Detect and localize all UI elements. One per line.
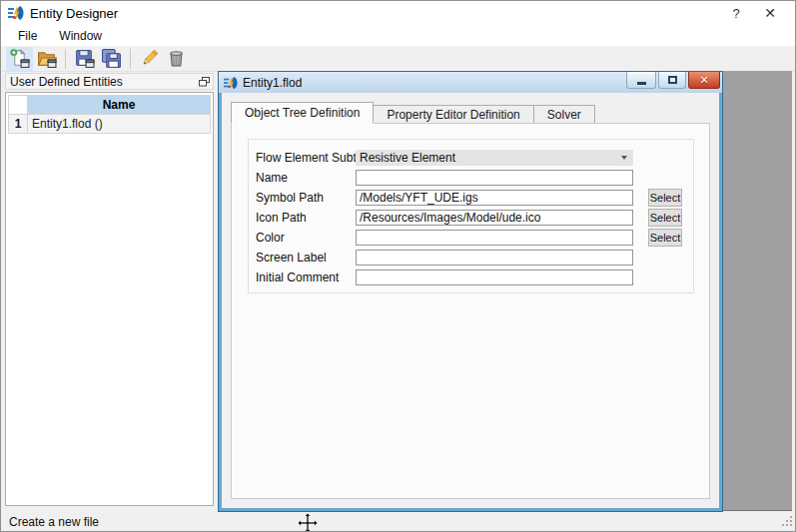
field-label: Screen Label (256, 250, 327, 266)
form-row-icon-path: Icon Path Select (249, 210, 693, 226)
menu-window[interactable]: Window (50, 27, 111, 45)
form-row-symbol-path: Symbol Path Select (249, 190, 693, 206)
document-icon (224, 76, 238, 90)
icon-path-select-button[interactable]: Select (648, 209, 682, 227)
form-row-color: Color Select (249, 230, 693, 246)
toolbar-separator (65, 49, 66, 69)
color-input[interactable] (356, 230, 633, 246)
field-label: Name (256, 170, 288, 186)
table-row[interactable]: 1 Entity1.flod () (9, 115, 211, 134)
maximize-icon (668, 76, 677, 84)
tab-solver[interactable]: Solver (533, 105, 595, 124)
edit-button[interactable] (136, 47, 163, 71)
document-body: Object Tree Definition Property Editor D… (222, 93, 719, 508)
field-label: Initial Comment (256, 269, 339, 285)
trash-icon (166, 48, 187, 69)
symbol-path-input[interactable] (356, 190, 633, 206)
help-button[interactable]: ? (719, 2, 753, 24)
dock-title: User Defined Entities (10, 75, 198, 89)
menu-bar: File Window (1, 25, 795, 46)
chevron-down-icon (621, 156, 627, 160)
table-corner-cell (9, 96, 28, 115)
entities-table: Name 1 Entity1.flod () (8, 95, 211, 134)
tab-bar: Object Tree Definition Property Editor D… (231, 102, 594, 124)
resize-grip-icon (781, 515, 794, 528)
document-window-controls: ✕ (626, 72, 720, 89)
save-icon (74, 48, 95, 69)
document-title-bar: Entity1.flod ✕ (219, 72, 722, 93)
flow-element-subtype-dropdown[interactable]: Resistive Element (356, 150, 633, 166)
save-button[interactable] (71, 47, 98, 71)
resize-grip[interactable] (781, 515, 794, 531)
tab-object-tree-definition[interactable]: Object Tree Definition (231, 102, 374, 124)
symbol-path-select-button[interactable]: Select (648, 189, 682, 207)
form-row-name: Name (249, 170, 693, 186)
color-select-button[interactable]: Select (648, 229, 682, 247)
toolbar-separator (130, 49, 131, 69)
column-header-name[interactable]: Name (28, 96, 211, 115)
menu-file[interactable]: File (9, 27, 46, 45)
document-title: Entity1.flod (243, 76, 302, 90)
status-bar: Create a new file (1, 512, 795, 532)
minimize-button[interactable] (626, 72, 656, 89)
name-input[interactable] (356, 170, 633, 186)
row-number: 1 (9, 115, 28, 134)
field-label: Icon Path (256, 210, 307, 226)
new-file-button[interactable] (6, 47, 33, 71)
delete-button[interactable] (163, 47, 190, 71)
toolbar (1, 46, 795, 72)
float-window-icon (199, 77, 210, 87)
dock-float-button[interactable] (198, 76, 210, 87)
new-file-icon (9, 48, 30, 69)
form-row-initial-comment: Initial Comment (249, 269, 693, 285)
close-button[interactable]: ✕ (753, 2, 787, 24)
title-bar: Entity Designer ? ✕ (1, 1, 795, 25)
dropdown-value: Resistive Element (360, 151, 455, 165)
window-title: Entity Designer (30, 6, 118, 21)
tab-page: Flow Element Subtype Resistive Element N… (231, 123, 710, 499)
document-window: Entity1.flod ✕ Object Tree Definition Pr… (218, 71, 723, 512)
form-row-flow-element-subtype: Flow Element Subtype Resistive Element (249, 150, 693, 166)
field-label: Color (256, 230, 285, 246)
dock-header: User Defined Entities (5, 73, 214, 90)
form-row-screen-label: Screen Label (249, 250, 693, 266)
entity-designer-window: Entity Designer ? ✕ File Window (0, 0, 796, 532)
maximize-button[interactable] (658, 72, 686, 89)
initial-comment-input[interactable] (356, 269, 633, 285)
move-cursor-icon (298, 513, 318, 532)
entity-name-cell[interactable]: Entity1.flod () (28, 115, 211, 134)
form-group: Flow Element Subtype Resistive Element N… (248, 139, 694, 293)
pencil-icon (139, 48, 160, 69)
document-close-button[interactable]: ✕ (688, 72, 720, 89)
screen-label-input[interactable] (356, 250, 633, 266)
main-area: User Defined Entities Name 1 Entity1.flo… (1, 72, 795, 512)
tab-property-editor-definition[interactable]: Property Editor Definition (373, 105, 533, 124)
app-logo-icon (8, 5, 24, 21)
open-file-button[interactable] (33, 47, 60, 71)
save-all-icon (101, 48, 122, 69)
status-message: Create a new file (9, 515, 99, 529)
open-folder-icon (36, 48, 57, 69)
table-header-row: Name (9, 96, 211, 115)
save-all-button[interactable] (98, 47, 125, 71)
entities-panel: Name 1 Entity1.flod () (5, 92, 214, 506)
icon-path-input[interactable] (356, 210, 633, 226)
field-label: Symbol Path (256, 190, 324, 206)
minimize-icon (637, 82, 646, 85)
